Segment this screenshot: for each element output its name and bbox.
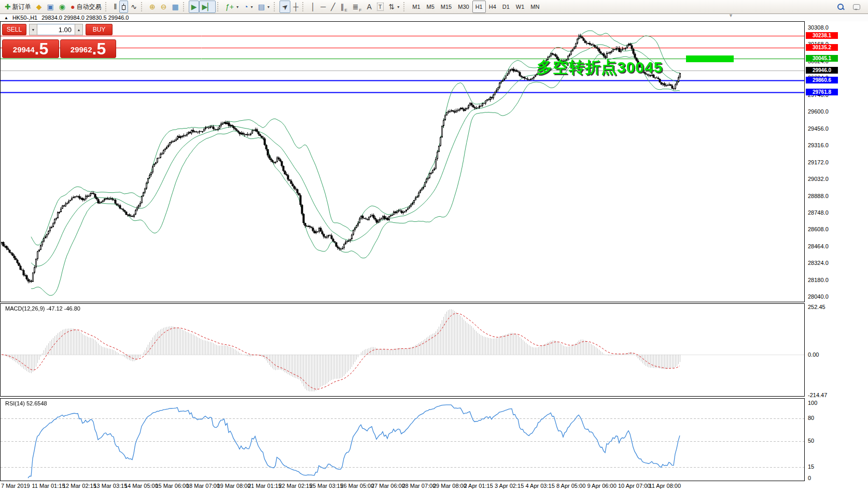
price-tick-label: 28608.0 xyxy=(808,226,829,232)
level-price-label: 30135.2 xyxy=(806,44,838,51)
zoom-out-icon: ⊖ xyxy=(161,3,167,10)
zoom-in-button[interactable]: ⊕ xyxy=(147,1,158,13)
level-price-label: 30045.1 xyxy=(806,55,838,62)
signal-button[interactable]: ◉ xyxy=(57,1,68,13)
volume-input[interactable] xyxy=(37,24,75,35)
toolbar-separator xyxy=(105,2,108,11)
level-price-label: 29761.8 xyxy=(806,89,838,95)
volume-decrease-button[interactable]: ▼ xyxy=(29,24,37,35)
timeframe-m5-button[interactable]: M5 xyxy=(424,1,438,13)
arrows-icon: ⇅ xyxy=(389,3,395,10)
time-axis-label: 26 Mar 05:00 xyxy=(341,483,374,489)
chart-shift-button[interactable]: ▶▏ xyxy=(199,1,216,13)
vertical-line-button[interactable]: │ xyxy=(308,1,318,13)
text-label-icon: T xyxy=(377,3,384,11)
search-button[interactable] xyxy=(835,1,846,13)
rsi-label: RSI(14) 52.6548 xyxy=(5,400,47,406)
toolbar-separator xyxy=(302,2,305,11)
chart-window-button[interactable]: ▣ xyxy=(45,1,57,13)
toolbar-separator xyxy=(141,2,144,11)
price-tick-label: 28180.0 xyxy=(808,277,829,283)
tile-windows-button[interactable]: ▦ xyxy=(169,1,181,13)
buy-price-frac: .5 xyxy=(92,41,106,57)
time-axis-label: 2 Apr 01:15 xyxy=(464,483,493,489)
indicators-button[interactable]: ƒ+▾ xyxy=(223,1,241,13)
chat-icon xyxy=(853,4,860,10)
text-button[interactable]: A xyxy=(364,1,374,13)
fibonacci-button[interactable]: ≣F xyxy=(350,1,365,13)
chat-button[interactable] xyxy=(850,1,863,13)
macd-canvas[interactable] xyxy=(1,304,804,396)
time-axis-label: 29 Mar 08:00 xyxy=(433,483,467,489)
toolbar-separator xyxy=(274,2,277,11)
macd-label: MACD(12,26,9) -47.12 -46.80 xyxy=(5,305,80,312)
rsi-tick-label: 15 xyxy=(808,463,814,470)
text-icon: A xyxy=(367,3,371,10)
volume-increase-button[interactable]: ▲ xyxy=(75,24,83,35)
indicators-icon: ƒ+ xyxy=(226,3,234,10)
search-icon xyxy=(837,4,844,10)
bar-chart-icon: ‖ xyxy=(114,3,117,10)
mt4-terminal: ✚新订单◆▣◉●自动交易‖∿⊕⊖▦▶▶▏ƒ+▾◔▾▤▾➤┼│─╱∥E≣FAT⇅▾… xyxy=(0,0,868,492)
fibonacci-icon-sub: F xyxy=(359,8,362,12)
zoom-in-icon: ⊕ xyxy=(149,3,156,10)
text-label-button[interactable]: T xyxy=(374,1,386,13)
candlestick-icon xyxy=(122,4,125,10)
autotrading-icon: ● xyxy=(71,3,75,10)
eraser-button[interactable]: ◆ xyxy=(34,1,45,13)
buy-price-button[interactable]: 29962 .5 xyxy=(60,39,116,58)
trendline-icon: ╱ xyxy=(331,3,335,10)
arrows-button[interactable]: ⇅▾ xyxy=(386,1,402,13)
macd-tick-label: 0.00 xyxy=(808,352,819,358)
timeframe-h4-button[interactable]: H4 xyxy=(486,1,499,13)
toolbar-separator xyxy=(403,2,407,11)
timeframe-w1-button[interactable]: W1 xyxy=(513,1,528,13)
timeframe-mn-button[interactable]: MN xyxy=(527,1,542,13)
time-axis-label: 3 Apr 02:15 xyxy=(495,483,524,489)
time-axis-label: 15 Mar 06:00 xyxy=(156,483,189,489)
macd-pane: MACD(12,26,9) -47.12 -46.80 xyxy=(0,303,805,397)
candlestick-button[interactable] xyxy=(119,1,128,13)
time-axis-label: 14 Mar 05:00 xyxy=(124,483,158,489)
trade-panel-prices: 29944 .5 29962 .5 xyxy=(2,39,116,58)
timeframe-m1-button[interactable]: M1 xyxy=(409,1,423,13)
line-chart-button[interactable]: ∿ xyxy=(128,1,139,13)
time-axis-label: 9 Apr 06:00 xyxy=(587,483,617,489)
main-chart-pane: 多空转折点30045 SELL ▼ ▲ BUY 29944 .5 29962 .… xyxy=(0,21,805,302)
collapse-panel-icon[interactable]: ▲ xyxy=(4,16,8,20)
cursor-button[interactable]: ➤ xyxy=(279,1,291,13)
trendline-button[interactable]: ╱ xyxy=(328,1,338,13)
templates-button[interactable]: ▤▾ xyxy=(255,1,272,13)
timeframe-m15-button[interactable]: M15 xyxy=(438,1,455,13)
bar-chart-button[interactable]: ‖ xyxy=(111,1,119,13)
timeframe-m30-button[interactable]: M30 xyxy=(455,1,472,13)
auto-scroll-button[interactable]: ▶ xyxy=(189,1,200,13)
crosshair-icon: ┼ xyxy=(293,3,298,10)
sell-price-frac: .5 xyxy=(35,41,49,57)
rsi-tick-label: 0 xyxy=(808,475,811,481)
periods-button[interactable]: ◔▾ xyxy=(241,1,255,13)
timeframe-d1-button[interactable]: D1 xyxy=(499,1,513,13)
time-axis-label: 19 Mar 08:00 xyxy=(217,483,251,489)
chart-title-bar: ▲ HK50-,H1 29834.0 29984.0 29830.5 29946… xyxy=(0,14,868,21)
crosshair-button[interactable]: ┼ xyxy=(290,1,301,13)
main-chart-canvas[interactable] xyxy=(1,22,804,302)
scroll-position-marker: ▼ xyxy=(729,13,733,18)
zoom-out-button[interactable]: ⊖ xyxy=(158,1,170,13)
timeframe-h1-button[interactable]: H1 xyxy=(472,1,486,13)
horizontal-line-button[interactable]: ─ xyxy=(318,1,328,13)
new-order-button[interactable]: ✚新订单 xyxy=(2,1,34,13)
sell-button[interactable]: SELL xyxy=(2,24,26,35)
signal-icon: ◉ xyxy=(59,3,65,10)
rsi-canvas[interactable] xyxy=(1,399,804,481)
buy-button[interactable]: BUY xyxy=(86,24,113,35)
channel-button[interactable]: ∥E xyxy=(338,1,349,13)
price-tick-label: 28324.0 xyxy=(808,260,829,266)
sell-price-button[interactable]: 29944 .5 xyxy=(2,39,59,58)
autotrading-button[interactable]: ●自动交易 xyxy=(68,1,104,13)
time-axis-label: 22 Mar 02:15 xyxy=(279,483,313,489)
toolbar-separator xyxy=(183,2,186,11)
hline-icon: ─ xyxy=(320,3,326,10)
time-axis-label: 13 Mar 03:15 xyxy=(94,483,128,489)
macd-tick-label: 252.45 xyxy=(808,304,825,310)
